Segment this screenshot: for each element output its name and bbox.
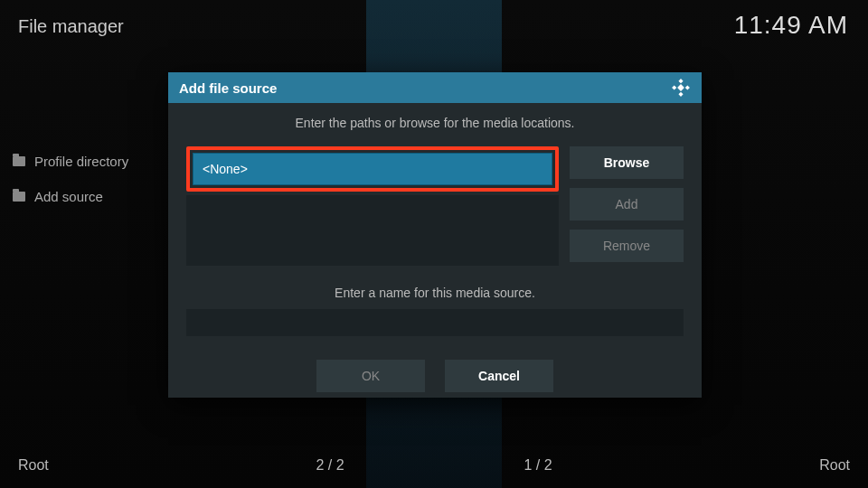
footer-right-root: Root <box>642 457 868 474</box>
svg-rect-1 <box>678 92 683 97</box>
path-input[interactable]: <None> <box>193 153 552 185</box>
dialog-actions: OK Cancel <box>186 360 684 392</box>
name-input[interactable] <box>186 309 684 336</box>
footer: Root 2 / 2 1 / 2 Root <box>0 457 868 474</box>
add-file-source-dialog: Add file source Enter the paths or brows… <box>168 72 702 398</box>
path-highlight: <None> <box>186 146 559 192</box>
sidebar: Profile directory Add source <box>13 154 128 224</box>
path-row: <None> Browse Add Remove <box>186 146 684 266</box>
sidebar-item-profile-directory[interactable]: Profile directory <box>13 154 128 169</box>
path-instruction: Enter the paths or browse for the media … <box>186 116 684 130</box>
footer-right-count: 1 / 2 <box>434 457 642 474</box>
sidebar-item-label: Profile directory <box>34 154 128 169</box>
add-button[interactable]: Add <box>570 188 684 221</box>
svg-rect-2 <box>672 85 676 89</box>
page-title: File manager <box>18 16 124 37</box>
dialog-titlebar: Add file source <box>168 72 702 103</box>
clock: 11:49 AM <box>734 11 848 40</box>
footer-left-count: 2 / 2 <box>226 457 434 474</box>
svg-rect-3 <box>685 85 690 89</box>
footer-left-root: Root <box>0 457 226 474</box>
svg-rect-4 <box>677 84 684 91</box>
folder-icon <box>13 156 25 166</box>
svg-rect-0 <box>678 79 683 83</box>
dialog-title: Add file source <box>179 80 277 96</box>
name-instruction: Enter a name for this media source. <box>186 286 684 300</box>
folder-icon <box>13 192 25 202</box>
path-column: <None> <box>186 146 559 266</box>
dialog-body: Enter the paths or browse for the media … <box>168 103 702 405</box>
remove-button[interactable]: Remove <box>570 230 684 262</box>
browse-button[interactable]: Browse <box>570 146 684 179</box>
path-buttons: Browse Add Remove <box>570 146 684 262</box>
sidebar-item-label: Add source <box>34 189 103 204</box>
ok-button[interactable]: OK <box>316 360 425 392</box>
kodi-logo-icon <box>671 78 691 98</box>
cancel-button[interactable]: Cancel <box>445 360 553 392</box>
sidebar-item-add-source[interactable]: Add source <box>13 189 128 204</box>
path-list-empty-area[interactable] <box>186 195 559 266</box>
app-window: File manager 11:49 AM Profile directory … <box>0 0 868 488</box>
